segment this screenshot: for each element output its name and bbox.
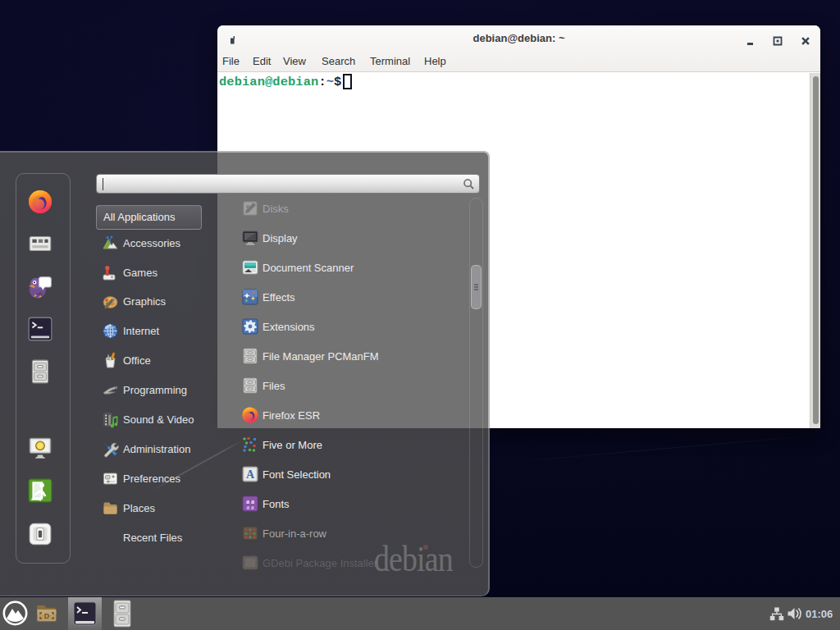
svg-text:a a: a a <box>246 504 254 511</box>
svg-text:D: D <box>44 612 50 620</box>
svg-text:A: A <box>246 468 255 481</box>
